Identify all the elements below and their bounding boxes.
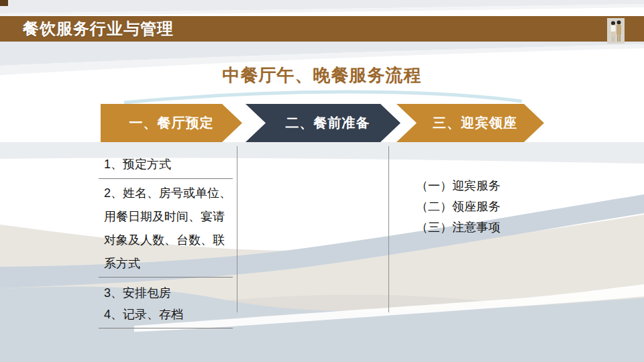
step-label: 一、餐厅预定	[129, 114, 214, 132]
presentation-slide: 餐饮服务行业与管理 中餐厅午、晚餐服务流程 一、餐厅预定 二、餐前准备 三、迎宾…	[0, 0, 644, 362]
list-item: 1、预定方式	[104, 156, 233, 173]
step-restaurant-booking: 一、餐厅预定	[101, 104, 242, 142]
list-item: （一）迎宾服务	[416, 176, 500, 196]
staff-photo-image	[607, 18, 625, 44]
step-pre-meal-preparation: 二、餐前准备	[246, 104, 400, 142]
right-column: （一）迎宾服务 （二）领座服务 （三）注意事项	[416, 176, 500, 238]
column-divider-right	[388, 146, 389, 312]
step-label: 二、餐前准备	[286, 114, 370, 132]
left-column: 1、预定方式 2、姓名、房号或单位、用餐日期及时间、宴请对象及人数、台数、联系方…	[99, 153, 233, 328]
list-item: （三）注意事项	[416, 217, 500, 238]
list-item: （二）领座服务	[416, 196, 500, 217]
list-item: 3、安排包房	[104, 282, 233, 304]
corner-accent	[0, 0, 8, 6]
list-group: 3、安排包房 4、记录、存档	[99, 278, 233, 328]
background-waves	[0, 0, 644, 362]
slide-title: 中餐厅午、晚餐服务流程	[0, 64, 644, 87]
step-greeting-seating: 三、迎宾领座	[396, 104, 544, 142]
column-divider-left	[237, 146, 237, 312]
staff-photo-graphic	[607, 18, 625, 44]
step-label: 三、迎宾领座	[433, 114, 517, 132]
list-item: 4、记录、存档	[104, 304, 233, 325]
header-title: 餐饮服务行业与管理	[0, 18, 174, 40]
list-group: 1、预定方式	[99, 153, 233, 179]
list-group: 2、姓名、房号或单位、用餐日期及时间、宴请对象及人数、台数、联系方式	[99, 179, 233, 278]
header-bar: 餐饮服务行业与管理	[0, 16, 644, 42]
list-item: 2、姓名、房号或单位、用餐日期及时间、宴请对象及人数、台数、联系方式	[104, 182, 233, 276]
